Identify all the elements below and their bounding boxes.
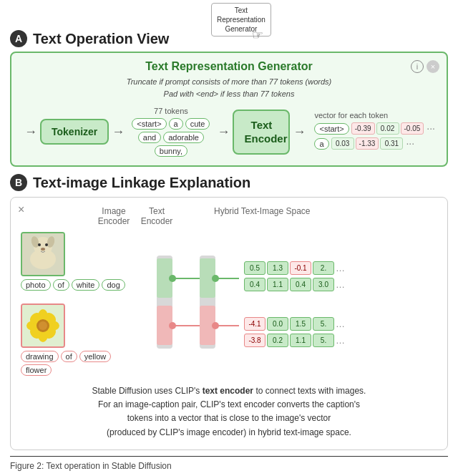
token-white: white bbox=[72, 279, 100, 291]
col-header-hybrid: Hybrid Text-Image Space bbox=[214, 206, 311, 226]
tokens-row: <start> a cute and adorable bunny, bbox=[132, 118, 210, 157]
vector-values-1: -0.39 0.02 -0.05 ··· bbox=[351, 122, 437, 135]
val-2-1: 0.03 bbox=[331, 137, 354, 150]
info-icon[interactable]: i bbox=[411, 60, 424, 73]
dog-image bbox=[21, 232, 65, 276]
vector-col: vector for each token <start> -0.39 0.02… bbox=[314, 111, 437, 152]
hval-dog-4: 2. bbox=[313, 261, 334, 275]
diagram-area: photo of white dog bbox=[21, 232, 437, 376]
dog-hybrid-area: 0.5 1.3 -0.1 2. … 0.4 1.1 0.4 3.0 … bbox=[244, 261, 345, 291]
hval-flower2-2: 0.2 bbox=[267, 334, 288, 347]
linkage-box: × ImageEncoder TextEncoder Hybrid Text-I… bbox=[10, 197, 448, 450]
dog-svg bbox=[22, 233, 64, 275]
vector-label: vector for each token bbox=[314, 111, 388, 120]
flower-hybrid-area: -4.1 0.0 1.5 5. … -3.8 0.2 1.1 5. … bbox=[244, 317, 345, 347]
trg-subtitle: Truncate if prompt consists of more than… bbox=[21, 76, 437, 99]
connection-svg bbox=[135, 248, 250, 359]
hval-dog2-2: 1.1 bbox=[267, 278, 288, 291]
ellipsis-1: ··· bbox=[425, 122, 437, 135]
val-2-3: 0.31 bbox=[380, 137, 403, 150]
svg-point-5 bbox=[38, 243, 41, 246]
hval-flower2-ellipsis: … bbox=[336, 335, 345, 346]
vector-row-1: <start> -0.39 0.02 -0.05 ··· bbox=[314, 122, 437, 135]
dog-vector-row-1: 0.5 1.3 -0.1 2. … bbox=[244, 261, 345, 275]
section-a-label: A bbox=[10, 30, 27, 47]
svg-point-6 bbox=[45, 243, 48, 246]
section-b-label: B bbox=[10, 174, 27, 191]
svg-point-26 bbox=[169, 275, 176, 282]
vector-values-2: 0.03 -1.33 0.31 ··· bbox=[331, 137, 416, 150]
cursor-icon: ☞ bbox=[252, 27, 263, 43]
tokens-label: 77 tokens bbox=[154, 107, 188, 115]
dog-tokens: photo of white dog bbox=[21, 279, 135, 291]
val-2-2: -1.33 bbox=[356, 137, 379, 150]
out-a-pill: a bbox=[314, 138, 328, 150]
token-bunny: bunny, bbox=[155, 145, 187, 157]
col-header-image-encoder: ImageEncoder bbox=[92, 206, 135, 226]
svg-point-18 bbox=[39, 321, 47, 330]
tokenizer-box: Tokenizer bbox=[40, 119, 109, 145]
hval-flower-4: 5. bbox=[313, 317, 334, 331]
out-start-pill: <start> bbox=[314, 123, 349, 135]
section-a-title: Text Operation View bbox=[33, 31, 169, 47]
flower-vector-row-1: -4.1 0.0 1.5 5. … bbox=[244, 317, 345, 331]
token-start: <start> bbox=[132, 118, 166, 130]
token-dog: dog bbox=[102, 279, 125, 291]
tokens-col: 77 tokens <start> a cute and adorable bu… bbox=[132, 107, 210, 157]
hval-dog2-4: 3.0 bbox=[313, 278, 334, 291]
hval-flower2-4: 5. bbox=[313, 334, 334, 347]
token-adorable: adorable bbox=[163, 132, 204, 143]
dog-image-area bbox=[21, 232, 135, 276]
hval-dog-3: -0.1 bbox=[290, 261, 311, 275]
hval-flower2-3: 1.1 bbox=[290, 334, 311, 347]
hval-dog2-ellipsis: … bbox=[336, 279, 345, 290]
out-arrow-icon: → bbox=[293, 125, 306, 140]
val-1-1: -0.39 bbox=[351, 122, 375, 135]
flower-image-area bbox=[21, 303, 135, 348]
token-a: a bbox=[169, 118, 183, 130]
description-text: Stable Diffusion uses CLIP's text encode… bbox=[21, 384, 437, 439]
hval-dog-2: 1.3 bbox=[267, 261, 288, 275]
dog-vector-row-2: 0.4 1.1 0.4 3.0 … bbox=[244, 278, 345, 291]
figure-caption: Figure 2: Text operation in Stable Diffu… bbox=[10, 456, 448, 471]
token-yellow: yellow bbox=[79, 351, 112, 362]
trg-box: i × Text Representation Generator Trunca… bbox=[10, 52, 448, 167]
hybrid-vectors: 0.5 1.3 -0.1 2. … 0.4 1.1 0.4 3.0 … bbox=[244, 261, 345, 347]
token-flower: flower bbox=[21, 364, 52, 376]
col-headers: ImageEncoder TextEncoder Hybrid Text-Ima… bbox=[78, 206, 437, 226]
mid-arrow-icon: → bbox=[112, 125, 125, 140]
images-tokens-col: photo of white dog bbox=[21, 232, 135, 376]
tooltip-line1: Text bbox=[235, 6, 248, 14]
linkage-close-button[interactable]: × bbox=[18, 203, 24, 216]
hval-flower-ellipsis: … bbox=[336, 319, 345, 329]
token-of: of bbox=[53, 279, 69, 291]
vector-row-2: a 0.03 -1.33 0.31 ··· bbox=[314, 137, 416, 150]
flower-tokens: drawing of yellow flower bbox=[21, 351, 135, 376]
flower-image bbox=[21, 303, 65, 348]
svg-point-7 bbox=[41, 248, 45, 251]
section-b-header: B Text-image Linkage Explanation bbox=[10, 174, 448, 191]
flower-vector-row-2: -3.8 0.2 1.1 5. … bbox=[244, 334, 345, 347]
encoder-connections-area bbox=[135, 248, 250, 359]
enc-arrow-icon: → bbox=[217, 125, 230, 140]
hval-flower-3: 1.5 bbox=[290, 317, 311, 331]
flower-image-row: drawing of yellow flower bbox=[21, 303, 135, 376]
left-arrow-icon: → bbox=[24, 125, 37, 140]
section-b-title: Text-image Linkage Explanation bbox=[33, 175, 250, 191]
dog-image-row: photo of white dog bbox=[21, 232, 135, 291]
hval-dog2-3: 0.4 bbox=[290, 278, 311, 291]
tooltip-line2: Representation bbox=[217, 16, 265, 24]
token-cute: cute bbox=[185, 118, 210, 130]
text-encoder-box: Text Encoder bbox=[233, 110, 290, 155]
col-header-text-encoder: TextEncoder bbox=[135, 206, 178, 226]
close-trg-button[interactable]: × bbox=[427, 60, 439, 73]
val-1-2: 0.02 bbox=[376, 122, 399, 135]
token-photo: photo bbox=[21, 279, 51, 291]
svg-point-30 bbox=[169, 322, 176, 329]
ellipsis-2: ··· bbox=[404, 137, 416, 150]
token-and: and bbox=[138, 132, 161, 143]
flow-row: → Tokenizer → 77 tokens <start> a cute a… bbox=[21, 107, 437, 157]
token-drawing: drawing bbox=[21, 351, 59, 362]
flower-svg bbox=[22, 305, 64, 346]
hval-flower-2: 0.0 bbox=[267, 317, 288, 331]
